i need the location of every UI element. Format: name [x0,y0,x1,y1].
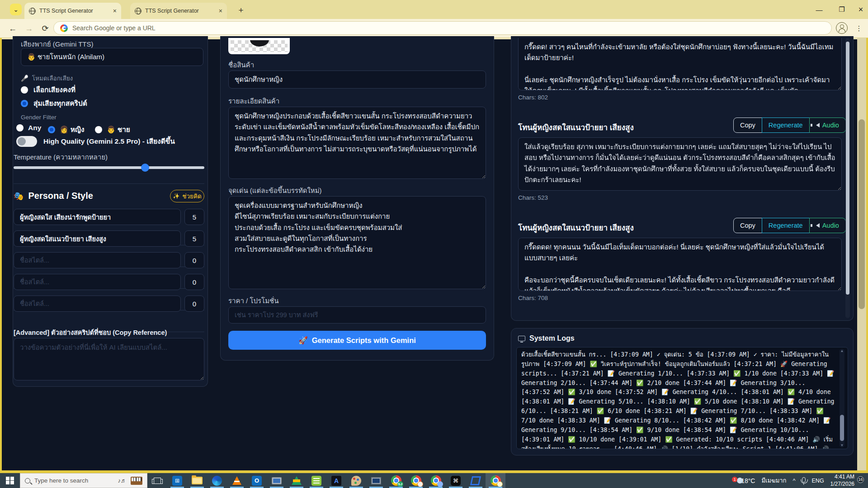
tab-close-icon[interactable]: × [219,7,222,14]
help-think-button[interactable]: ✨ ช่วยคิด [170,190,204,202]
taskbar-item-vlc[interactable] [227,473,247,488]
persona-name-input[interactable] [14,252,181,268]
tab-close-icon[interactable]: × [113,7,117,14]
regenerate-button[interactable]: Regenerate [762,218,810,233]
copy-button[interactable]: Copy [733,218,762,233]
task-view-button[interactable] [147,473,167,488]
script-2-textarea[interactable]: ใส่แล้วดูเรียบร้อย สุภาพ เหมาะกับระเบียบ… [518,137,842,191]
taskbar-item-microsoft-store[interactable]: ⊞ [167,473,187,488]
voice-select[interactable]: 👨 ชายโทนหนัก (Alnilam) [21,48,203,66]
taskbar-item-outlook[interactable]: O [247,473,267,488]
reload-icon[interactable]: ⟳ [39,23,52,34]
persona-name-input[interactable] [14,230,181,247]
taskbar-item-notepad[interactable] [307,473,326,488]
scrollbar-thumb[interactable] [859,119,865,309]
taskbar-item-chrome-profile-sj[interactable]: SJ [386,473,406,488]
price-input[interactable] [228,306,486,324]
start-button[interactable] [0,473,20,488]
window-restore-button[interactable]: ❐ [833,4,851,15]
persona-name-input[interactable] [14,274,181,290]
weather-badge: 1 [732,477,737,482]
audio-button[interactable]: Audio [809,117,846,133]
new-tab-button[interactable]: + [235,5,247,16]
taskbar-item-clipchamp[interactable] [466,473,486,488]
taskbar-item-edge[interactable] [207,473,227,488]
persona-weight-input[interactable] [184,274,204,290]
persona-weight-input[interactable] [184,209,204,225]
forward-icon[interactable]: → [23,23,35,34]
persona-name-input[interactable] [14,296,181,312]
taskbar-item-google-drive[interactable] [287,473,307,488]
window-close-button[interactable]: × [852,4,868,15]
high-quality-toggle[interactable] [16,136,37,147]
radio-icon[interactable] [95,126,102,133]
scrollbar-thumb[interactable] [840,415,844,441]
taskbar-item-file-explorer[interactable] [187,473,207,488]
copy-button[interactable]: Copy [733,117,762,133]
log-scrollbar[interactable]: ▲ ▼ [840,349,844,447]
product-image-thumbnail[interactable] [228,38,290,54]
temperature-slider[interactable] [14,166,204,169]
taskbar-item-remote-desktop[interactable] [366,473,386,488]
taskbar-item-capcut[interactable]: ⌘ [446,473,466,488]
browser-tab-inactive[interactable]: TTS Script Generator × [130,3,227,19]
tab-search-chevron-icon[interactable]: ⌄ [10,4,22,15]
gender-option-male[interactable]: 👨 ชาย [95,124,130,135]
taskbar-item-chrome-active[interactable] [486,473,505,488]
clock-time: 4:41 AM [835,474,854,480]
generate-scripts-button[interactable]: 🚀 Generate Scripts with Gemini [228,331,486,350]
product-description-textarea[interactable]: ชุดนักศึกษาหญิงประกอบด้วยเสื้อเชิ้ตสีขาว… [228,107,486,179]
log-output[interactable]: ด้วยเสื้อเชิ้ตสีขาวแขนสั้น กร... [4:37:0… [516,347,848,449]
persona-weight-input[interactable] [184,230,204,247]
browser-tab-active[interactable]: TTS Script Generator × [24,3,121,19]
persona-weight-input[interactable] [184,296,204,312]
scripts-scrollbar[interactable] [845,38,850,318]
high-quality-row: High Quality (Gemini 2.5 Pro) - เสียงดีข… [16,136,175,147]
back-icon[interactable]: ← [6,23,19,34]
voice-mode-option-random[interactable]: สุ่มเสียงทุกสคริปต์ [21,98,87,109]
weather-temp[interactable]: 18°C [741,477,755,484]
address-bar[interactable]: Search Google or type a URL [53,21,832,35]
radio-icon-selected[interactable] [21,100,28,107]
browser-profile-icon[interactable] [836,22,848,34]
browser-menu-icon[interactable]: ⋮ [854,23,863,34]
script-1-textarea[interactable]: กรี๊ดดด! สาวๆ คนไหนที่กำลังจะเข้ามหาลัย … [518,38,842,90]
persona-weight-input[interactable] [184,252,204,268]
features-textarea[interactable]: ชุดเครื่องแบบมาตรฐานสำหรับนักศึกษาหญิง ด… [228,196,486,289]
advanced-reference-textarea[interactable] [14,338,204,380]
audio-button[interactable]: Audio [809,218,846,233]
radio-icon[interactable] [16,124,24,131]
drive-icon [292,476,302,485]
gender-option-any[interactable]: Any [16,124,41,132]
scrollbar-thumb[interactable] [846,42,849,295]
window-frame-left [0,38,2,473]
product-description-label: รายละเอียดสินค้า [228,96,279,107]
copy-label: Copy [740,222,755,229]
gender-option-female[interactable]: 👩 หญิง [48,124,85,135]
taskbar-item-chrome-profile-blue[interactable] [426,473,446,488]
advanced-reference-label: [Advanced] ตัวอย่างสคริปต์ที่ชอบ (Copy R… [14,327,167,338]
regenerate-button[interactable]: Regenerate [762,117,810,133]
scroll-up-icon[interactable]: ▲ [840,349,844,353]
script-3-textarea[interactable]: กรี๊ดดดด! ทุกคนนน วันนี้ฉันมีไอเท็มเด็ดม… [518,238,842,291]
voice-mode-option-fixed[interactable]: เลือกเสียงคงที่ [21,84,75,95]
tray-expand-icon[interactable]: ^ [793,477,795,484]
persona-name-input[interactable] [14,209,181,225]
search-icon [25,478,30,483]
radio-icon[interactable] [21,86,28,94]
taskbar-item-system-monitor[interactable] [267,473,287,488]
taskbar-search[interactable]: Type here to search ♪♬ [20,473,147,488]
product-name-input[interactable] [228,70,486,89]
microphone-tray-icon[interactable] [802,477,806,483]
notepad-icon [311,476,321,486]
browser-page-scrollbar[interactable] [857,38,866,470]
language-indicator[interactable]: ENG [812,478,824,484]
taskbar-item-chrome-profile-person[interactable] [406,473,426,488]
weather-desc[interactable]: มีเมฆมาก [761,476,786,485]
scroll-down-icon[interactable]: ▼ [840,443,844,447]
taskbar-clock[interactable]: 4:41 AM 1/27/2026 [830,474,854,488]
taskbar-item-app-a[interactable]: A [326,473,346,488]
window-minimize-button[interactable]: — [810,4,828,15]
radio-icon-selected[interactable] [48,126,55,133]
taskbar-item-paint[interactable] [346,473,366,488]
